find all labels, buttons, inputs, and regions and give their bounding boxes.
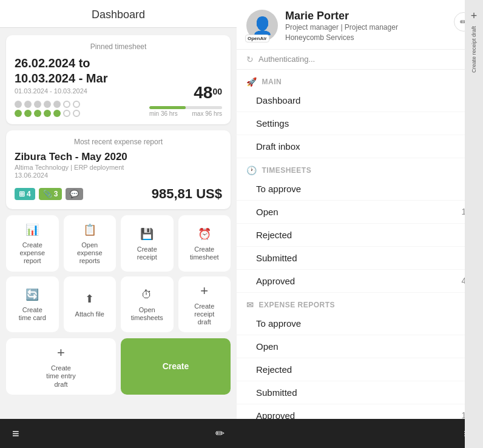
edge-text: Create receipt draft [471, 26, 478, 73]
timesheet-dates: 26.02.2024 to 10.03.2024 - Mar [15, 56, 107, 86]
dot [73, 110, 80, 117]
nav-expenses-label: ✉ EXPENSE REPORTS [246, 300, 335, 310]
create-time-card-icon: 🔄 [24, 286, 41, 303]
badge-attachments: 📎 3 [39, 188, 62, 200]
badge-receipts: ⊞ 4 [15, 188, 35, 200]
action-create[interactable]: Create [121, 338, 231, 395]
dot [53, 110, 61, 117]
nav-item-er-submitted[interactable]: Submitted 1 [237, 381, 483, 404]
attach-file-icon: ⬆ [81, 290, 98, 307]
nav-item-er-rejected[interactable]: Rejected 0 [237, 358, 483, 381]
badge-chat: 💬 [66, 188, 83, 200]
action-open-timesheets[interactable]: ⏱ Opentimesheets [121, 276, 174, 333]
pencil-icon[interactable]: ✏ [215, 427, 225, 440]
action-open-expense-reports[interactable]: 📋 Openexpensereports [64, 215, 117, 272]
nav-item-ts-submitted[interactable]: Submitted 3 [237, 247, 483, 270]
action-create-expense-report[interactable]: 📊 Createexpensereport [6, 215, 59, 272]
expense-subtitle: Altima Technology | ERP deployment [15, 164, 222, 171]
clock-icon: 🕐 [246, 165, 257, 175]
nav-item-ts-rejected[interactable]: Rejected 0 [237, 224, 483, 247]
action-create-timesheet[interactable]: ⏰ Createtimesheet [178, 215, 231, 272]
hamburger-icon[interactable]: ≡ [12, 427, 19, 441]
expense-report-card: Most recent expense report Zibura Tech -… [6, 130, 231, 209]
refresh-icon: ↻ [246, 55, 254, 64]
open-expense-reports-label: Openexpensereports [77, 241, 103, 266]
profile-info: Marie Porter Project manager | Project m… [285, 10, 447, 43]
attach-file-label: Attach file [75, 310, 104, 318]
dot [15, 110, 22, 117]
dot [73, 101, 80, 108]
badge-receipts-count: 4 [27, 190, 31, 198]
create-timesheet-icon: ⏰ [196, 226, 213, 242]
progress-fill [149, 106, 186, 109]
bottom-row: + Createtime entrydraft Create [6, 338, 231, 395]
profile-section: 👤 OpenAir Marie Porter Project manager |… [237, 0, 483, 50]
dot [44, 110, 51, 117]
dashboard-title: Dashboard [92, 8, 145, 21]
create-time-card-label: Createtime card [19, 306, 46, 322]
action-attach-file[interactable]: ⬆ Attach file [64, 276, 117, 333]
profile-role: Project manager | Project manager Honeyc… [285, 22, 447, 43]
max-label: max 96 hrs [192, 110, 222, 117]
dot [53, 101, 61, 108]
hours-sup: 00 [212, 87, 222, 96]
right-panel: 👤 OpenAir Marie Porter Project manager |… [237, 0, 483, 448]
create-label: Create [163, 361, 189, 372]
nav-category-expenses: ✉ EXPENSE REPORTS ▾ [237, 293, 483, 312]
nav-item-er-approved[interactable]: Approved 16 [237, 404, 483, 419]
left-content: Pinned timesheet 26.02.2024 to 10.03.202… [0, 28, 237, 419]
nav-item-ts-approved[interactable]: Approved 46 [237, 270, 483, 293]
rocket-icon: 🚀 [246, 77, 257, 87]
pinned-timesheet-label: Pinned timesheet [15, 42, 222, 51]
nav-timesheets-items: To approve 3 Open 17 Rejected 0 Submitte… [237, 178, 483, 293]
create-time-entry-draft-icon: + [53, 344, 70, 361]
nav-section: 🚀 MAIN ▾ Dashboard Settings Draft inbox … [237, 70, 483, 419]
expense-report-label: Most recent expense report [15, 138, 222, 146]
dots-row-2 [15, 110, 107, 117]
avatar-person-icon: 👤 [252, 16, 273, 36]
nav-category-main: 🚀 MAIN ▾ [237, 70, 483, 89]
action-create-time-entry-draft[interactable]: + Createtime entrydraft [6, 338, 116, 395]
action-create-receipt[interactable]: 💾 Createreceipt [121, 215, 174, 272]
create-time-entry-draft-label: Createtime entrydraft [46, 364, 75, 389]
nav-item-ts-open[interactable]: Open 17 [237, 201, 483, 224]
min-label: min 36 hrs [149, 110, 178, 117]
auth-row: ↻ Authenticating... [237, 50, 483, 70]
dot [34, 110, 41, 117]
nav-item-er-open[interactable]: Open 6 [237, 335, 483, 358]
openair-logo: OpenAir [245, 35, 269, 42]
hours-display: 4800 min 36 hrs max 96 hrs [149, 83, 222, 117]
create-receipt-draft-icon: + [196, 283, 213, 299]
expense-date: 13.06.2024 [15, 172, 222, 179]
nav-item-settings[interactable]: Settings [237, 112, 483, 135]
nav-timesheets-label: 🕐 TIMESHEETS [246, 165, 311, 175]
nav-main-label: 🚀 MAIN [246, 77, 282, 87]
nav-item-dashboard[interactable]: Dashboard [237, 89, 483, 112]
dot [63, 110, 70, 117]
dot [34, 101, 41, 108]
create-receipt-draft-label: Createreceiptdraft [194, 303, 214, 327]
profile-name: Marie Porter [285, 10, 447, 22]
left-panel: Dashboard Pinned timesheet 26.02.2024 to… [0, 0, 237, 448]
create-receipt-icon: 💾 [138, 226, 155, 242]
open-timesheets-icon: ⏱ [138, 286, 155, 303]
nav-category-timesheets: 🕐 TIMESHEETS ▾ [237, 158, 483, 178]
action-create-receipt-draft[interactable]: + Createreceiptdraft [178, 276, 231, 333]
create-timesheet-label: Createtimesheet [190, 246, 219, 261]
nav-item-er-to-approve[interactable]: To approve 5 [237, 312, 483, 335]
avatar-container: 👤 OpenAir [246, 10, 278, 41]
nav-item-draft-inbox[interactable]: Draft inbox 4 [237, 135, 483, 158]
left-header: Dashboard [0, 0, 237, 28]
create-expense-report-icon: 📊 [24, 221, 41, 238]
dot [44, 101, 51, 108]
right-footer: ≡ [237, 419, 483, 448]
edge-plus-icon[interactable]: + [471, 10, 478, 22]
action-create-time-card[interactable]: 🔄 Createtime card [6, 276, 59, 333]
envelope-icon: ✉ [246, 300, 254, 310]
dot [15, 101, 22, 108]
nav-expense-items: To approve 5 Open 6 Rejected 0 Submitted… [237, 312, 483, 419]
nav-item-ts-to-approve[interactable]: To approve 3 [237, 178, 483, 201]
dot [63, 101, 70, 108]
left-footer: ≡ ✏ [0, 419, 237, 448]
dot [24, 101, 32, 108]
